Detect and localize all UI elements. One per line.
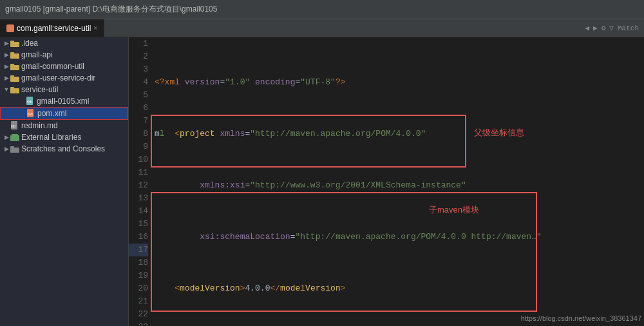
annotation-box-parent-coords (151, 115, 466, 168)
folder-icon-common-util (10, 63, 19, 70)
sidebar-item-gmall-api[interactable]: gmall-api (0, 49, 128, 61)
ln-8: 8 (129, 128, 148, 140)
tab-label: com.gamll:service-util (17, 24, 91, 33)
xml-file-icon: XML (26, 97, 35, 106)
code-line-3: xmlns:xsi="http://www.w3.org/2001/XMLSch… (155, 179, 644, 192)
ln-5: 5 (129, 89, 148, 102)
arrow-icon (3, 40, 10, 46)
svg-rect-3 (10, 52, 14, 54)
ln-22: 22 (129, 308, 148, 321)
folder-icon-user-service (10, 75, 19, 82)
svg-rect-17 (12, 134, 18, 137)
tab-bar: com.gamll:service-util × ◀ ▶ ⚙ ▽ Match (0, 19, 644, 37)
svg-rect-5 (10, 64, 14, 66)
ln-17: 17 (129, 244, 148, 256)
svg-rect-1 (10, 41, 14, 43)
svg-rect-8 (10, 88, 19, 93)
settings-icon[interactable]: ⚙ (601, 24, 606, 32)
code-line-2: ml <project xmlns="http://maven.apache.o… (155, 128, 644, 140)
folder-icon-idea (10, 40, 19, 47)
svg-rect-4 (10, 65, 19, 70)
sidebar-item-redmin-md[interactable]: MD redmin.md (0, 120, 128, 131)
sidebar-label-scratches: Scratches and Consoles (21, 144, 105, 153)
arrow-icon (3, 75, 10, 81)
ln-21: 21 (129, 295, 148, 308)
svg-rect-0 (10, 42, 19, 47)
ln-14: 14 (129, 205, 148, 218)
arrow-icon (3, 86, 10, 93)
ln-11: 11 (129, 166, 148, 179)
project-sidebar: .idea gmall-api gmall-common-util gmail-… (0, 37, 129, 326)
annotation-label-child-modules: 子maven模块 (429, 204, 479, 216)
watermark: https://blog.csdn.net/weixin_38361347 (521, 312, 641, 325)
code-line-1: <?xml version="1.0" encoding="UTF-8"?> (155, 76, 644, 89)
sidebar-item-external-libraries[interactable]: External Libraries (0, 131, 128, 143)
ln-23: 23 (129, 321, 148, 326)
code-container[interactable]: 1 2 3 4 5 6 7 8 9 10 11 12 13 14 15 16 1… (129, 37, 644, 326)
xml-file-icon-pom: XML (26, 109, 35, 118)
sidebar-label-gmall-common-util: gmall-common-util (21, 62, 84, 71)
sidebar-label-pom-xml: pom.xml (37, 109, 66, 118)
svg-text:XML: XML (26, 100, 33, 104)
sidebar-label-gmall-api: gmall-api (21, 50, 53, 59)
tab-toolbar: ◀ ▶ ⚙ ▽ Match (585, 19, 644, 37)
ln-12: 12 (129, 179, 148, 192)
code-line-5: <modelVersion>4.0.0</modelVersion> (155, 282, 644, 295)
folder-icon-gmall-api (10, 52, 19, 59)
sidebar-label-gmall-0105-xml: gmall-0105.xml (37, 97, 89, 106)
scratches-icon (10, 146, 19, 153)
sidebar-item-gmall-user-service-dir[interactable]: gmail-user-service-dir (0, 72, 128, 84)
top-bar: gmall0105 [gmall-parent] D:\电商微服务分布式项目\g… (0, 0, 644, 19)
svg-rect-18 (10, 148, 19, 153)
navigate-forward-icon[interactable]: ▶ (593, 24, 598, 32)
library-icon (10, 134, 19, 141)
ln-7: 7 (129, 115, 148, 128)
match-label: Match (618, 24, 639, 32)
ln-10: 10 (129, 153, 148, 166)
ln-20: 20 (129, 282, 148, 295)
filter-icon[interactable]: ▽ (609, 24, 614, 32)
ln-13: 13 (129, 192, 148, 205)
svg-text:XML: XML (27, 112, 34, 116)
sidebar-item-idea[interactable]: .idea (0, 37, 128, 49)
sidebar-item-scratches[interactable]: Scratches and Consoles (0, 143, 128, 155)
line-numbers: 1 2 3 4 5 6 7 8 9 10 11 12 13 14 15 16 1… (129, 37, 152, 326)
sidebar-label-user-service-dir: gmail-user-service-dir (21, 73, 95, 82)
code-line-4: xsi:schemaLocation="http://maven.apache.… (155, 231, 644, 244)
svg-rect-7 (10, 75, 14, 77)
tab-close-button[interactable]: × (93, 24, 97, 32)
sidebar-label-service-util: service-util (21, 85, 58, 94)
svg-rect-9 (10, 87, 14, 89)
svg-rect-6 (10, 77, 19, 82)
sidebar-label-redmin-md: redmin.md (21, 121, 58, 130)
ln-18: 18 (129, 256, 148, 269)
svg-rect-19 (10, 146, 14, 148)
sidebar-item-pom-xml[interactable]: XML pom.xml (0, 107, 128, 120)
arrow-icon (3, 52, 10, 58)
editor-area: 1 2 3 4 5 6 7 8 9 10 11 12 13 14 15 16 1… (129, 37, 644, 326)
folder-icon-service-util (10, 86, 19, 93)
arrow-icon (3, 63, 10, 70)
top-bar-title: gmall0105 [gmall-parent] D:\电商微服务分布式项目\g… (5, 4, 217, 15)
sidebar-item-service-util[interactable]: service-util (0, 84, 128, 95)
ln-6: 6 (129, 102, 148, 115)
ln-4: 4 (129, 76, 148, 89)
editor-tab-active[interactable]: com.gamll:service-util × (0, 19, 104, 37)
code-editor[interactable]: <?xml version="1.0" encoding="UTF-8"?> m… (152, 37, 644, 326)
sidebar-item-gmall-common-util[interactable]: gmall-common-util (0, 61, 128, 72)
svg-rect-2 (10, 53, 19, 59)
navigate-back-icon[interactable]: ◀ (585, 24, 589, 32)
main-layout: .idea gmall-api gmall-common-util gmail-… (0, 37, 644, 326)
sidebar-item-gmall-0105-xml[interactable]: XML gmall-0105.xml (0, 95, 128, 107)
xml-file-icon (6, 24, 14, 32)
sidebar-label-idea: .idea (21, 39, 38, 48)
ln-2: 2 (129, 50, 148, 63)
svg-text:MD: MD (11, 125, 16, 128)
arrow-icon (3, 134, 10, 140)
annotation-label-parent-coords: 父级坐标信息 (474, 126, 524, 139)
ln-9: 9 (129, 140, 148, 153)
sidebar-label-external-libraries: External Libraries (21, 133, 81, 142)
ln-3: 3 (129, 63, 148, 76)
md-file-icon: MD (10, 121, 19, 130)
ln-16: 16 (129, 231, 148, 244)
